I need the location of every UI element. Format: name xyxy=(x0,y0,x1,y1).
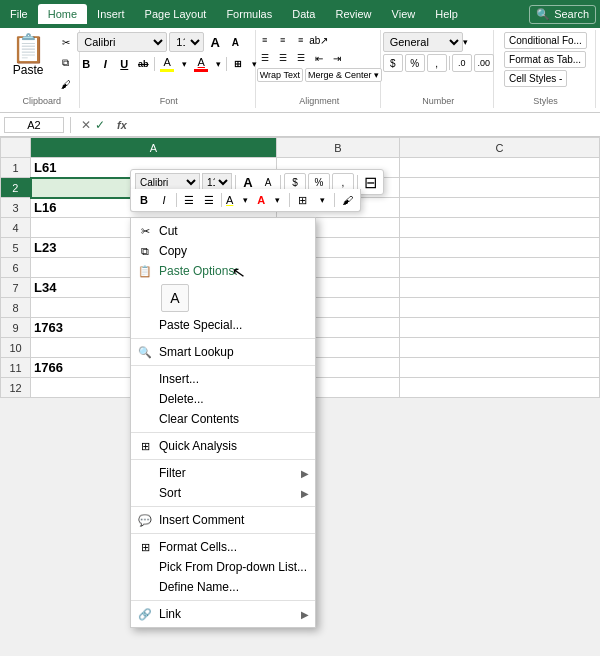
merge-center-button[interactable]: Merge & Center ▾ xyxy=(305,68,382,82)
menu-item-smart-lookup[interactable]: 🔍 Smart Lookup xyxy=(131,342,315,362)
font-size-select[interactable]: 11 xyxy=(169,32,204,52)
tab-home[interactable]: Home xyxy=(38,4,87,24)
mini-border-button[interactable]: ⊞ xyxy=(293,191,311,209)
menu-item-filter[interactable]: Filter ▶ xyxy=(131,463,315,483)
search-box[interactable]: 🔍 Search xyxy=(529,5,596,24)
wrap-text-button[interactable]: Wrap Text xyxy=(257,68,303,82)
mini-italic-button[interactable]: I xyxy=(155,191,173,209)
row-header-4[interactable]: 4 xyxy=(1,218,31,238)
comma-button[interactable]: , xyxy=(427,54,447,72)
row-header-8[interactable]: 8 xyxy=(1,298,31,318)
mini-highlight-dropdown[interactable]: ▾ xyxy=(236,191,254,209)
menu-item-link[interactable]: 🔗 Link ▶ xyxy=(131,604,315,624)
highlight-color-button[interactable]: A xyxy=(157,54,177,74)
tab-page-layout[interactable]: Page Layout xyxy=(135,4,217,24)
cell-c7[interactable] xyxy=(400,278,600,298)
cell-c2[interactable] xyxy=(400,178,600,198)
col-header-b[interactable]: B xyxy=(277,138,400,158)
cell-reference-box[interactable]: A2 xyxy=(4,117,64,133)
indent-increase[interactable]: ⇥ xyxy=(329,50,345,66)
mini-border-dropdown[interactable]: ▾ xyxy=(313,191,331,209)
font-family-select[interactable]: Calibri xyxy=(77,32,167,52)
conditional-formatting-button[interactable]: Conditional Fo... xyxy=(504,32,587,49)
menu-item-quick-analysis[interactable]: ⊞ Quick Analysis xyxy=(131,436,315,456)
menu-item-clear-contents[interactable]: Clear Contents xyxy=(131,409,315,429)
underline-button[interactable]: U xyxy=(115,55,133,73)
mini-fontcolor-dropdown[interactable]: ▾ xyxy=(268,191,286,209)
increase-decimal[interactable]: .0 xyxy=(452,54,472,72)
mini-align-button[interactable]: ☰ xyxy=(200,191,218,209)
align-mid-right[interactable]: ☰ xyxy=(293,50,309,66)
formula-input[interactable] xyxy=(135,119,596,131)
indent-decrease[interactable]: ⇤ xyxy=(311,50,327,66)
percent-button[interactable]: % xyxy=(405,54,425,72)
menu-item-insert[interactable]: Insert... xyxy=(131,369,315,389)
font-color-button[interactable]: A xyxy=(191,54,211,74)
accounting-button[interactable]: $ xyxy=(383,54,403,72)
menu-item-delete[interactable]: Delete... xyxy=(131,389,315,409)
cell-c6[interactable] xyxy=(400,258,600,278)
cell-c12[interactable] xyxy=(400,378,600,398)
menu-item-pick-dropdown[interactable]: Pick From Drop-down List... xyxy=(131,557,315,577)
cell-c5[interactable] xyxy=(400,238,600,258)
row-header-5[interactable]: 5 xyxy=(1,238,31,258)
menu-item-insert-comment[interactable]: 💬 Insert Comment xyxy=(131,510,315,530)
cancel-formula-button[interactable]: ✕ xyxy=(81,118,91,132)
cell-c8[interactable] xyxy=(400,298,600,318)
row-header-1[interactable]: 1 xyxy=(1,158,31,178)
align-top-left[interactable]: ≡ xyxy=(257,32,273,48)
align-mid-left[interactable]: ☰ xyxy=(257,50,273,66)
row-header-9[interactable]: 9 xyxy=(1,318,31,338)
col-header-a[interactable]: A xyxy=(31,138,277,158)
row-header-7[interactable]: 7 xyxy=(1,278,31,298)
cell-c10[interactable] xyxy=(400,338,600,358)
strikethrough-button[interactable]: ab xyxy=(134,55,152,73)
menu-item-copy[interactable]: ⧉ Copy xyxy=(131,241,315,261)
cell-c9[interactable] xyxy=(400,318,600,338)
paste-option-a[interactable]: A xyxy=(161,284,189,312)
tab-review[interactable]: Review xyxy=(325,4,381,24)
fx-button[interactable]: fx xyxy=(113,119,131,131)
tab-file[interactable]: File xyxy=(0,4,38,24)
mini-font-color-button[interactable]: A xyxy=(256,193,266,207)
paste-button[interactable]: 📋 Paste xyxy=(6,32,51,80)
format-painter-button[interactable]: 🖌 xyxy=(54,74,78,94)
row-header-3[interactable]: 3 xyxy=(1,198,31,218)
font-color-dropdown[interactable]: ▾ xyxy=(212,57,224,71)
cell-styles-button[interactable]: Cell Styles - xyxy=(504,70,567,87)
align-top-right[interactable]: ≡ xyxy=(293,32,309,48)
mini-highlight-button[interactable]: A xyxy=(225,193,234,207)
italic-button[interactable]: I xyxy=(96,55,114,73)
mini-indent-button[interactable]: ☰ xyxy=(180,191,198,209)
border-button[interactable]: ⊞ xyxy=(229,55,247,73)
menu-item-paste-special[interactable]: Paste Special... xyxy=(131,315,315,335)
align-mid-center[interactable]: ☰ xyxy=(275,50,291,66)
mini-bold-button[interactable]: B xyxy=(135,191,153,209)
tab-view[interactable]: View xyxy=(382,4,426,24)
tab-formulas[interactable]: Formulas xyxy=(216,4,282,24)
decrease-decimal[interactable]: .00 xyxy=(474,54,494,72)
decrease-font-button[interactable]: A xyxy=(226,33,244,51)
row-header-12[interactable]: 12 xyxy=(1,378,31,398)
col-header-c[interactable]: C xyxy=(400,138,600,158)
increase-font-button[interactable]: A xyxy=(206,33,224,51)
row-header-2[interactable]: 2 xyxy=(1,178,31,198)
menu-item-cut[interactable]: ✂ Cut xyxy=(131,221,315,241)
row-header-11[interactable]: 11 xyxy=(1,358,31,378)
cut-button[interactable]: ✂ xyxy=(54,32,78,52)
cell-c11[interactable] xyxy=(400,358,600,378)
tab-data[interactable]: Data xyxy=(282,4,325,24)
highlight-dropdown[interactable]: ▾ xyxy=(178,57,190,71)
menu-item-format-cells[interactable]: ⊞ Format Cells... xyxy=(131,537,315,557)
cell-c4[interactable] xyxy=(400,218,600,238)
row-header-10[interactable]: 10 xyxy=(1,338,31,358)
confirm-formula-button[interactable]: ✓ xyxy=(95,118,105,132)
orientation-button[interactable]: ab↗ xyxy=(311,32,327,48)
format-as-table-button[interactable]: Format as Tab... xyxy=(504,51,586,68)
menu-item-define-name[interactable]: Define Name... xyxy=(131,577,315,597)
align-top-center[interactable]: ≡ xyxy=(275,32,291,48)
row-header-6[interactable]: 6 xyxy=(1,258,31,278)
bold-button[interactable]: B xyxy=(77,55,95,73)
menu-item-paste-options[interactable]: 📋 Paste Options: xyxy=(131,261,315,281)
copy-button[interactable]: ⧉ xyxy=(54,53,78,73)
